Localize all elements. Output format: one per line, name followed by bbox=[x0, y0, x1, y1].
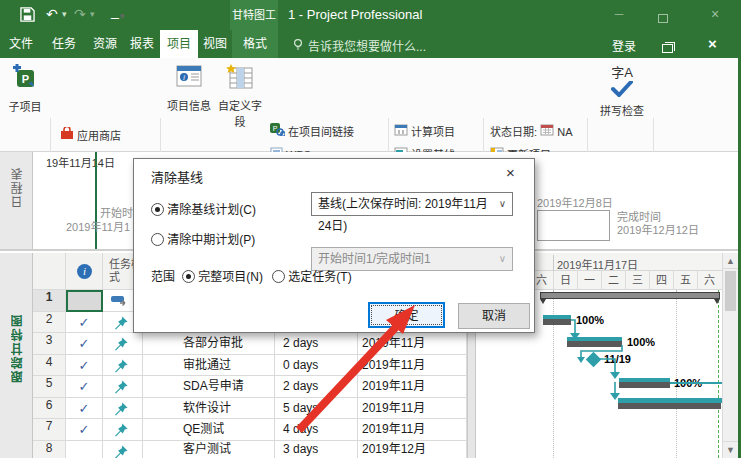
close-button[interactable]: × bbox=[702, 6, 728, 22]
pushpin-icon bbox=[114, 380, 128, 394]
scope-label: 范围 bbox=[151, 267, 175, 284]
selected-cell[interactable] bbox=[66, 290, 103, 312]
minimize-button[interactable]: ─ bbox=[606, 7, 632, 21]
tab-task[interactable]: 任务 bbox=[42, 30, 86, 58]
task-name-cell[interactable]: 客户测试 bbox=[143, 441, 275, 458]
undo-icon[interactable]: ↶ bbox=[46, 0, 58, 29]
undo-dropdown-icon[interactable]: ▾ bbox=[62, 9, 67, 19]
info-cell[interactable] bbox=[66, 441, 103, 458]
tab-project[interactable]: 项目 bbox=[160, 30, 198, 58]
clear-baseline-radio[interactable]: 清除基线计划(C) bbox=[151, 200, 256, 217]
row-number[interactable]: 1 bbox=[33, 290, 66, 312]
duration-cell[interactable]: 3 days bbox=[275, 441, 358, 458]
tell-me-search-input[interactable]: 告诉我您想要做什么... bbox=[308, 37, 426, 54]
tab-report[interactable]: 报表 bbox=[124, 30, 160, 58]
tab-view[interactable]: 视图 bbox=[198, 30, 232, 58]
spelling-button[interactable]: 字A 拼写检查 bbox=[594, 62, 650, 118]
save-icon[interactable] bbox=[20, 7, 35, 22]
link-between-projects-button[interactable]: P 在项目间链接 bbox=[270, 122, 354, 142]
timeline-pane-strip[interactable]: 日程表 bbox=[0, 152, 33, 249]
row-number[interactable]: 2 bbox=[33, 312, 66, 334]
info-check-cell[interactable]: ✓ bbox=[66, 312, 103, 334]
calculate-project-button[interactable]: 计算项目 bbox=[394, 122, 455, 142]
title-bar: ↶ ▾ ↷ ▾ ⚊▾ 甘特图工具 1 - Project Professiona… bbox=[0, 0, 741, 30]
customize-quick-access-icon[interactable]: ⚊▾ bbox=[110, 0, 124, 31]
duration-cell[interactable]: 2 days bbox=[275, 333, 358, 355]
task-name-cell[interactable]: QE测试 bbox=[143, 419, 275, 441]
task-mode-cell[interactable] bbox=[103, 333, 143, 355]
task-name-cell[interactable]: 审批通过 bbox=[143, 355, 275, 377]
start-cell[interactable]: 2019年11月 bbox=[358, 419, 467, 441]
dialog-title: 清除基线 bbox=[151, 167, 203, 186]
info-check-cell[interactable]: ✓ bbox=[66, 376, 103, 398]
cancel-button[interactable]: 取消 bbox=[458, 303, 530, 329]
scroll-up-button[interactable]: ▲ bbox=[723, 253, 738, 269]
clear-interim-radio[interactable]: 清除中期计划(P) bbox=[151, 230, 255, 247]
scope-full-project-radio[interactable]: 完整项目(N) bbox=[182, 267, 263, 284]
task-mode-auto-icon bbox=[111, 295, 129, 307]
tab-format[interactable]: 格式 bbox=[232, 30, 278, 58]
info-check-cell[interactable]: ✓ bbox=[66, 333, 103, 355]
app-store-button[interactable]: 应用商店 bbox=[60, 126, 121, 146]
subproject-icon: P bbox=[12, 64, 38, 90]
scrollbar-thumb[interactable] bbox=[725, 271, 736, 311]
tab-resource[interactable]: 资源 bbox=[86, 30, 124, 58]
gantt-pane-strip[interactable]: 跟踪甘特图 bbox=[0, 253, 33, 458]
info-check-cell[interactable]: ✓ bbox=[66, 398, 103, 420]
duration-cell[interactable]: 2 days bbox=[275, 376, 358, 398]
pushpin-icon bbox=[114, 316, 128, 330]
row-number[interactable]: 6 bbox=[33, 398, 66, 420]
gantt-vertical-scrollbar[interactable]: ▲ ▼ bbox=[722, 253, 738, 458]
start-cell[interactable]: 2019年12月 bbox=[358, 441, 467, 458]
close-window-button[interactable]: × bbox=[708, 35, 717, 52]
row-number[interactable]: 4 bbox=[33, 355, 66, 377]
duration-cell[interactable]: 5 days bbox=[275, 398, 358, 420]
redo-icon: ↷ bbox=[74, 0, 86, 29]
task-mode-cell[interactable] bbox=[103, 441, 143, 458]
calculate-project-icon bbox=[394, 124, 408, 136]
project-info-button[interactable]: i 项目信息 bbox=[165, 64, 213, 113]
project-info-icon: i bbox=[175, 64, 203, 90]
day-label: 一 bbox=[577, 271, 601, 290]
scroll-down-button[interactable]: ▼ bbox=[723, 441, 738, 457]
task-mode-cell[interactable] bbox=[103, 398, 143, 420]
ok-button[interactable]: 确定 bbox=[368, 302, 445, 328]
task-mode-cell[interactable] bbox=[103, 355, 143, 377]
baseline-combo[interactable]: 基线(上次保存时间: 2019年11月24日) ∨ bbox=[311, 192, 513, 216]
redo-dropdown-icon: ▾ bbox=[90, 9, 95, 19]
task-name-cell[interactable]: SDA号申请 bbox=[143, 376, 275, 398]
restore-window-button[interactable] bbox=[662, 39, 673, 57]
subproject-button[interactable]: P 子项目 bbox=[2, 64, 48, 114]
task-mode-cell[interactable] bbox=[103, 376, 143, 398]
duration-cell[interactable]: 0 days bbox=[275, 355, 358, 377]
status-date-control[interactable]: 状态日期: NA bbox=[490, 122, 572, 142]
timeline-current-date-line bbox=[95, 152, 97, 249]
start-cell[interactable]: 2019年11月 bbox=[358, 355, 467, 377]
timeline-finish-top-date: 2019年12月8日 bbox=[537, 194, 613, 210]
duration-cell[interactable]: 4 days bbox=[275, 419, 358, 441]
custom-fields-button[interactable]: 自定义字段 bbox=[214, 64, 266, 129]
column-header-info[interactable]: i bbox=[66, 253, 103, 290]
row-number[interactable]: 3 bbox=[33, 333, 66, 355]
maximize-button[interactable] bbox=[658, 9, 668, 27]
row-header-corner[interactable] bbox=[33, 253, 66, 290]
start-cell[interactable]: 2019年11月 bbox=[358, 398, 467, 420]
tab-file[interactable]: 文件 bbox=[0, 30, 42, 58]
task-name-cell[interactable]: 各部分审批 bbox=[143, 333, 275, 355]
row-number[interactable]: 7 bbox=[33, 419, 66, 441]
row-number[interactable]: 5 bbox=[33, 376, 66, 398]
day-label: 日 bbox=[553, 271, 577, 290]
start-cell[interactable]: 2019年11月 bbox=[358, 376, 467, 398]
start-cell[interactable]: 2019年11月 bbox=[358, 333, 467, 355]
scope-selected-tasks-radio[interactable]: 选定任务(T) bbox=[272, 267, 352, 284]
info-check-cell[interactable]: ✓ bbox=[66, 355, 103, 377]
radio-unselected-icon bbox=[272, 270, 285, 283]
timeline-task-box[interactable] bbox=[537, 210, 610, 241]
task-mode-cell[interactable] bbox=[103, 419, 143, 441]
sign-in-button[interactable]: 登录 bbox=[612, 37, 636, 54]
task-name-cell[interactable]: 软件设计 bbox=[143, 398, 275, 420]
info-check-cell[interactable]: ✓ bbox=[66, 419, 103, 441]
timeline-finish-date: 2019年12月12日 bbox=[617, 221, 699, 237]
row-number[interactable]: 8 bbox=[33, 441, 66, 458]
dialog-close-icon[interactable]: × bbox=[506, 164, 515, 181]
